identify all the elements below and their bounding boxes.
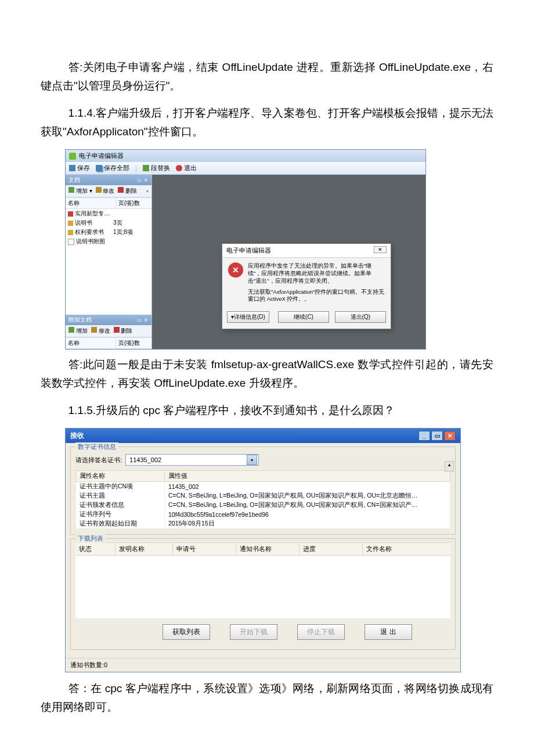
cert-select-label: 请选择签名证书: <box>75 456 122 465</box>
docs-list-header: 名称 页(项)数 <box>66 197 151 209</box>
attach-toolbar: 增加 修改 删除 <box>66 325 151 337</box>
dialog-message: 应用程序中发生了无法处理的异常。如果单击"继续"，应用程序将忽略此错误并尝试继续… <box>248 262 385 303</box>
dialog-titlebar: ✕ 电子申请编辑器 <box>222 244 391 258</box>
list-item[interactable]: 说明书附图 <box>66 237 151 246</box>
add-button[interactable]: 增加 ▾ <box>68 187 92 195</box>
quit-button[interactable]: 退出(Q) <box>335 311 386 323</box>
edit-icon <box>91 327 97 333</box>
list-item[interactable]: 权利要求书1页;8项 <box>66 228 151 237</box>
dialog-close-button[interactable]: ✕ <box>374 246 387 253</box>
list-item[interactable]: 实用新型专… <box>66 209 151 218</box>
attach-pane-header: 附加文档▭ ✕ <box>66 315 151 325</box>
edit-button[interactable]: 修改 <box>96 187 115 195</box>
docs-list: 实用新型专… 说明书3页 权利要求书1页;8项 说明书附图 <box>66 209 151 315</box>
fetch-list-button[interactable]: 获取列表 <box>163 624 210 640</box>
delete-icon <box>114 327 120 333</box>
doc-img-icon <box>68 239 74 245</box>
status-bar: 通知书数量:0 <box>66 658 460 672</box>
minimize-button[interactable]: _ <box>418 431 430 441</box>
fieldset-legend: 数字证书信息 <box>75 442 118 451</box>
download-list-body <box>75 556 450 618</box>
answer-115: 答：在 cpc 客户端程序中，系统设置》选项》网络，刷新网络页面，将网络切换成现… <box>41 679 493 717</box>
download-list-header: 状态 发明名称 申请号 通知书名称 进度 文件名称 <box>75 542 450 556</box>
continue-button[interactable]: 继续(C) <box>278 311 329 323</box>
table-row: 证书主题C=CN, S=BeiJing, L=BeiJing, O=国家知识产权… <box>76 491 450 501</box>
window-controls: _ ▭ ✕ <box>418 431 456 441</box>
attach-pane: 附加文档▭ ✕ 增加 修改 删除 名称 页(项)数 <box>66 315 151 349</box>
answer-114: 答:此问题一般是由于未安装 fmlsetup-ax-greatWallCS.ex… <box>41 355 493 393</box>
table-row: 证书有效期起始日期2015年09月15日 <box>76 519 450 528</box>
plus-icon <box>68 327 74 333</box>
details-button[interactable]: ▾详细信息(D) <box>227 311 269 323</box>
doc-xml-icon <box>68 211 73 217</box>
maximize-button[interactable]: ▭ <box>431 431 443 441</box>
toolbar-overflow-icon[interactable]: ▾ <box>146 189 149 194</box>
stop-download-button[interactable]: 停止下载 <box>297 624 345 640</box>
save-all-button[interactable]: 保存全部 <box>96 164 129 172</box>
exit-icon <box>176 165 182 171</box>
answer-113: 答:关闭电子申请客户端，结束 OffLineUpdate 进程。重新选择 Off… <box>41 58 493 96</box>
left-pane: 文档▭ ✕ 增加 ▾ 修改 删除 ▾ 名称 页(项)数 实用新型专… 说明书3页… <box>66 175 152 349</box>
cert-combobox[interactable]: 11435_002 ▾ <box>125 454 259 466</box>
replace-button[interactable]: 段替换 <box>143 164 170 172</box>
window-titlebar: 电子申请编辑器 <box>66 150 425 162</box>
editor-toolbar: 保存 保存全部 | 段替换 退出 <box>66 162 425 175</box>
error-dialog: ✕ 电子申请编辑器 ✕ 应用程序中发生了无法处理的异常。如果单击"继续"，应用程… <box>222 243 391 329</box>
save-icon <box>69 165 75 171</box>
chevron-down-icon[interactable]: ▾ <box>247 455 257 465</box>
button-row: 获取列表 开始下载 停止下载 退 出 <box>75 618 450 643</box>
table-row: 证书主题中的CN项11435_002 <box>76 482 450 492</box>
editor-window: 电子申请编辑器 保存 保存全部 | 段替换 退出 文档▭ ✕ 增加 ▾ 修改 删… <box>65 149 426 350</box>
edit-button[interactable]: 修改 <box>91 327 110 335</box>
plus-icon <box>68 187 74 193</box>
error-icon: ✕ <box>228 262 243 278</box>
question-114: 1.1.4.客户端升级后，打开客户端程序、导入案卷包、打开客户端模板会报错，提示… <box>41 104 493 142</box>
delete-icon <box>118 187 124 193</box>
exit-button[interactable]: 退出 <box>176 164 197 172</box>
docs-pane-header: 文档▭ ✕ <box>66 175 151 185</box>
delete-button[interactable]: 删除 <box>118 187 137 195</box>
exit-button[interactable]: 退 出 <box>365 624 412 640</box>
question-115: 1.1.5.升级后的 cpc 客户端程序中，接收不到通知书，是什么原因？ <box>41 401 493 420</box>
scroll-up-icon[interactable]: ▴ <box>445 461 454 471</box>
fieldset-legend: 下载列表 <box>75 534 106 543</box>
edit-icon <box>96 187 102 193</box>
add-button[interactable]: 增加 <box>68 327 88 335</box>
app-icon <box>69 153 76 160</box>
delete-button[interactable]: 删除 <box>114 327 133 335</box>
replace-icon <box>143 165 149 171</box>
window-title: 接收 <box>70 431 84 441</box>
receive-window: 接收 _ ▭ ✕ 数字证书信息 请选择签名证书: 11435_002 ▾ 属性名… <box>65 428 461 672</box>
download-fieldset: 下载列表 状态 发明名称 申请号 通知书名称 进度 文件名称 获取列表 开始下载… <box>70 538 456 650</box>
window-titlebar: 接收 _ ▭ ✕ <box>66 429 460 443</box>
close-button[interactable]: ✕ <box>444 431 456 441</box>
table-row: 证书序列号10f4d30bc55f9a1ccelef97e9e1bed96 <box>76 510 450 519</box>
editor-canvas: ✕ 电子申请编辑器 ✕ 应用程序中发生了无法处理的异常。如果单击"继续"，应用程… <box>152 175 425 349</box>
docs-toolbar: 增加 ▾ 修改 删除 ▾ <box>66 185 151 197</box>
doc-icon <box>68 221 73 226</box>
pane-controls-icon[interactable]: ▭ ✕ <box>137 178 149 183</box>
cert-fieldset: 数字证书信息 请选择签名证书: 11435_002 ▾ 属性名称属性值 证书主题… <box>70 447 456 535</box>
doc-icon <box>68 230 73 235</box>
table-row: 证书颁发者信息C=CN, S=BeiJing, L=BeiJing, O=国家知… <box>76 501 450 510</box>
attach-list-header: 名称 页(项)数 <box>66 337 151 349</box>
window-title: 电子申请编辑器 <box>79 152 124 160</box>
save-all-icon <box>96 165 102 171</box>
save-button[interactable]: 保存 <box>69 164 90 172</box>
cert-properties-table: 属性名称属性值 证书主题中的CN项11435_002 证书主题C=CN, S=B… <box>75 470 450 528</box>
list-item[interactable]: 说明书3页 <box>66 218 151 228</box>
start-download-button[interactable]: 开始下载 <box>230 624 277 640</box>
pane-controls-icon[interactable]: ▭ ✕ <box>137 318 149 323</box>
